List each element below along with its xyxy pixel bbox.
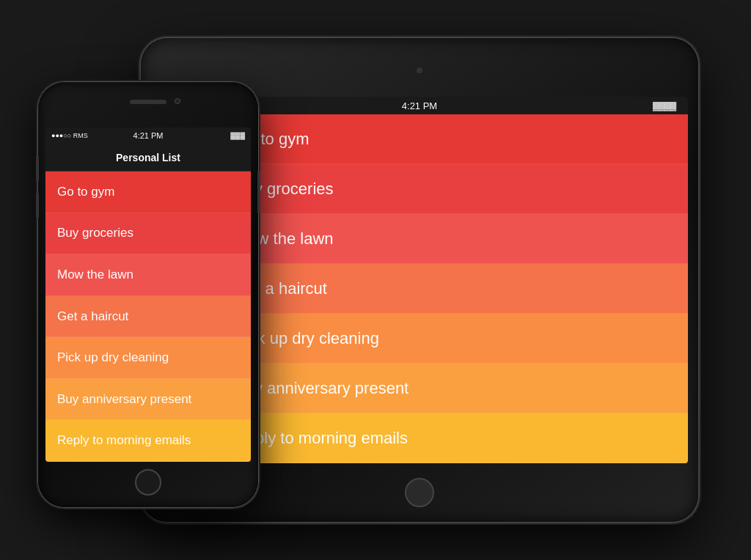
- phone-list-item-1[interactable]: Buy groceries: [45, 213, 251, 255]
- ipad-list-item-label-6: Reply to morning emails: [235, 429, 408, 448]
- phone-camera: [175, 98, 180, 104]
- phone-nav-title: Personal List: [116, 152, 180, 163]
- phone-vol-up-button[interactable]: [36, 155, 39, 182]
- ipad-list: Go to gymBuy groceriesMow the lawnGet a …: [217, 114, 688, 463]
- phone-device: ●●●○○ RMS 4:21 PM ▓▓▓ Personal List Go t…: [38, 82, 258, 507]
- phone-vol-down-button[interactable]: [36, 192, 39, 218]
- ipad-list-item-4[interactable]: Pick up dry cleaning: [217, 314, 688, 364]
- tablet-time: 4:21 PM: [402, 100, 437, 111]
- phone-time: 4:21 PM: [133, 131, 164, 140]
- phone-list-item-label-5: Buy anniversary present: [57, 392, 191, 407]
- ipad-list-item-1[interactable]: Buy groceries: [217, 164, 688, 214]
- phone-speaker: [130, 100, 166, 104]
- phone-list-item-0[interactable]: Go to gym: [45, 172, 251, 213]
- phone-list-item-label-0: Go to gym: [57, 185, 114, 199]
- phone-list-item-3[interactable]: Get a haircut: [45, 296, 251, 338]
- ipad-list-item-2[interactable]: Mow the lawn: [217, 214, 688, 264]
- phone-list-item-label-3: Get a haircut: [57, 309, 128, 324]
- phone-list-item-label-1: Buy groceries: [57, 226, 133, 240]
- phone-list-item-label-2: Mow the lawn: [57, 268, 133, 282]
- phone-list-item-2[interactable]: Mow the lawn: [45, 254, 251, 296]
- ipad-list-item-6[interactable]: Reply to morning emails: [217, 413, 688, 463]
- phone-list: Go to gymBuy groceriesMow the lawnGet a …: [45, 172, 251, 462]
- tablet-home-button[interactable]: [405, 478, 434, 507]
- phone-screen: ●●●○○ RMS 4:21 PM ▓▓▓ Personal List Go t…: [45, 128, 251, 462]
- phone-home-button[interactable]: [135, 469, 161, 495]
- phone-list-item-4[interactable]: Pick up dry cleaning: [45, 337, 251, 379]
- phone-carrier: ●●●○○ RMS: [51, 132, 88, 139]
- phone-power-button[interactable]: [257, 170, 260, 214]
- ipad-list-item-0[interactable]: Go to gym: [217, 114, 688, 164]
- ipad-list-item-label-5: Buy anniversary present: [235, 379, 409, 398]
- tablet-camera: [417, 67, 422, 73]
- phone-status-bar: ●●●○○ RMS 4:21 PM ▓▓▓: [45, 128, 251, 144]
- ipad-list-item-3[interactable]: Get a haircut: [217, 264, 688, 314]
- phone-list-item-label-4: Pick up dry cleaning: [57, 350, 169, 365]
- tablet-battery: ▓▓▓▓: [653, 101, 676, 110]
- ipad-list-item-5[interactable]: Buy anniversary present: [217, 364, 688, 413]
- phone-list-item-5[interactable]: Buy anniversary present: [45, 379, 251, 421]
- phone-battery: ▓▓▓: [230, 132, 245, 139]
- phone-screen-inner: ●●●○○ RMS 4:21 PM ▓▓▓ Personal List Go t…: [45, 128, 251, 462]
- phone-list-item-6[interactable]: Reply to morning emails: [45, 420, 251, 462]
- phone-list-item-label-6: Reply to morning emails: [57, 433, 191, 448]
- phone-nav-bar: Personal List: [45, 144, 251, 172]
- scene: 4:21 PM ▓▓▓▓ To Do 8 Pick up kids 7: [23, 23, 728, 537]
